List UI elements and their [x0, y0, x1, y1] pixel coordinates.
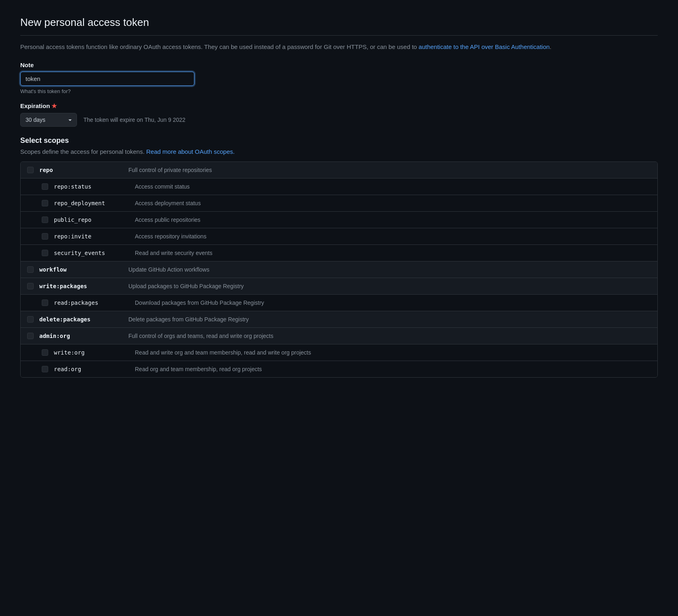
- scope-name-read-packages: read:packages: [54, 300, 135, 306]
- scope-desc-workflow: Update GitHub Action workflows: [128, 266, 651, 273]
- scope-row-write-packages: write:packages Upload packages to GitHub…: [21, 278, 657, 295]
- scope-checkbox-admin-org[interactable]: [27, 333, 34, 339]
- scope-row-public-repo: public_repo Access public repositories: [21, 212, 657, 228]
- scope-name-repo: repo: [39, 167, 128, 173]
- expiration-group: Expiration★ 7 days 30 days 60 days 90 da…: [20, 102, 658, 127]
- scope-desc-write-packages: Upload packages to GitHub Package Regist…: [128, 283, 651, 289]
- scope-checkbox-security-events[interactable]: [42, 250, 48, 256]
- scope-desc-admin-org: Full control of orgs and teams, read and…: [128, 333, 651, 339]
- scope-checkbox-repo-deployment[interactable]: [42, 200, 48, 206]
- scope-desc-write-org: Read and write org and team membership, …: [135, 349, 651, 356]
- scopes-title: Select scopes: [20, 136, 658, 145]
- expiration-date-text: The token will expire on Thu, Jun 9 2022: [83, 117, 185, 123]
- note-label: Note: [20, 62, 658, 68]
- scope-name-write-packages: write:packages: [39, 283, 128, 289]
- scope-name-repo-invite: repo:invite: [54, 233, 135, 240]
- scope-name-security-events: security_events: [54, 250, 135, 256]
- scope-desc-repo-status: Access commit status: [135, 183, 651, 190]
- page-description: Personal access tokens function like ord…: [20, 42, 658, 52]
- scope-row-delete-packages: delete:packages Delete packages from Git…: [21, 311, 657, 328]
- note-input[interactable]: [20, 72, 194, 86]
- expiration-label: Expiration★: [20, 102, 658, 110]
- page-title: New personal access token: [20, 16, 658, 36]
- scope-row-write-org: write:org Read and write org and team me…: [21, 344, 657, 361]
- scope-checkbox-workflow[interactable]: [27, 266, 34, 273]
- scope-checkbox-read-packages[interactable]: [42, 300, 48, 306]
- scope-desc-read-packages: Download packages from GitHub Package Re…: [135, 300, 651, 306]
- scope-checkbox-repo-invite[interactable]: [42, 233, 48, 240]
- scope-row-read-packages: read:packages Download packages from Git…: [21, 295, 657, 311]
- scope-row-admin-org: admin:org Full control of orgs and teams…: [21, 328, 657, 344]
- scope-checkbox-repo-status[interactable]: [42, 183, 48, 190]
- scope-checkbox-public-repo[interactable]: [42, 217, 48, 223]
- scope-checkbox-read-org[interactable]: [42, 366, 48, 372]
- scope-name-read-org: read:org: [54, 366, 135, 372]
- note-hint: What's this token for?: [20, 88, 658, 94]
- scope-row-repo-deployment: repo_deployment Access deployment status: [21, 195, 657, 212]
- scope-desc-public-repo: Access public repositories: [135, 217, 651, 223]
- scope-row-security-events: security_events Read and write security …: [21, 245, 657, 261]
- scope-desc-repo: Full control of private repositories: [128, 167, 651, 173]
- scope-row-repo-invite: repo:invite Access repository invitation…: [21, 228, 657, 245]
- scope-name-repo-status: repo:status: [54, 183, 135, 190]
- scope-desc-repo-invite: Access repository invitations: [135, 233, 651, 240]
- scope-checkbox-delete-packages[interactable]: [27, 316, 34, 323]
- scope-name-write-org: write:org: [54, 349, 135, 356]
- scope-name-delete-packages: delete:packages: [39, 316, 128, 323]
- scope-row-repo: repo Full control of private repositorie…: [21, 162, 657, 178]
- scope-checkbox-write-packages[interactable]: [27, 283, 34, 289]
- scope-row-workflow: workflow Update GitHub Action workflows: [21, 261, 657, 278]
- scopes-section: Select scopes Scopes define the access f…: [20, 136, 658, 378]
- note-group: Note What's this token for?: [20, 62, 658, 94]
- scope-name-repo-deployment: repo_deployment: [54, 200, 135, 206]
- scope-row-read-org: read:org Read org and team membership, r…: [21, 361, 657, 377]
- scope-name-public-repo: public_repo: [54, 217, 135, 223]
- oauth-scopes-link[interactable]: Read more about OAuth scopes.: [146, 148, 235, 155]
- scope-checkbox-repo[interactable]: [27, 167, 34, 173]
- scopes-table: repo Full control of private repositorie…: [20, 161, 658, 378]
- expiration-row: 7 days 30 days 60 days 90 days Custom No…: [20, 113, 658, 127]
- scope-desc-read-org: Read org and team membership, read org p…: [135, 366, 651, 372]
- expiration-select[interactable]: 7 days 30 days 60 days 90 days Custom No…: [20, 113, 77, 127]
- scope-row-repo-status: repo:status Access commit status: [21, 178, 657, 195]
- scope-desc-delete-packages: Delete packages from GitHub Package Regi…: [128, 316, 651, 323]
- required-marker: ★: [51, 102, 57, 109]
- scope-name-admin-org: admin:org: [39, 333, 128, 339]
- scope-desc-repo-deployment: Access deployment status: [135, 200, 651, 206]
- scopes-description: Scopes define the access for personal to…: [20, 148, 658, 155]
- scope-desc-security-events: Read and write security events: [135, 250, 651, 256]
- api-auth-link[interactable]: authenticate to the API over Basic Authe…: [419, 43, 550, 50]
- scope-checkbox-write-org[interactable]: [42, 349, 48, 356]
- scope-name-workflow: workflow: [39, 266, 128, 273]
